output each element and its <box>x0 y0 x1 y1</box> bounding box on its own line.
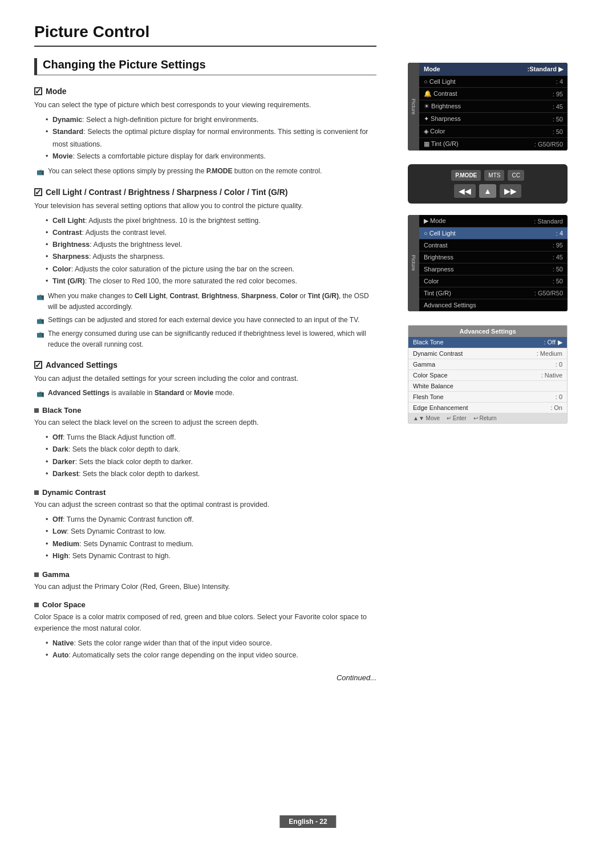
tv1-contrast-label: 🔔 Contrast <box>424 90 553 98</box>
tv1-brightness-value: : 45 <box>553 103 563 110</box>
adv-gamma-value: : 0 <box>556 361 562 368</box>
adv-row-flesh-tone: Flesh Tone : 0 <box>408 392 567 403</box>
black-tone-dark: Dark: Sets the black color depth to dark… <box>46 444 376 456</box>
tv1-sidebar-label: Picture <box>408 63 419 151</box>
tv1-contrast-value: : 95 <box>553 91 563 98</box>
dc-low: Low: Sets Dynamic Contrast to low. <box>46 526 376 538</box>
adv-edge-enhancement-value: : On <box>550 404 562 411</box>
adv-footer-enter: ↵ Enter <box>447 415 467 421</box>
gamma-heading: Gamma <box>42 570 70 579</box>
tv-screen-1: Picture Mode :Standard ▶ ○ Cell Light : … <box>408 63 568 151</box>
color-space-square-icon <box>34 603 39 607</box>
black-tone-heading: Black Tone <box>42 406 81 415</box>
cell-checkbox-icon: ✓ <box>34 188 42 196</box>
black-tone-bullets: Off: Turns the Black Adjust function off… <box>34 432 376 480</box>
fastforward-button[interactable]: ▶▶ <box>500 184 521 198</box>
mode-checkbox-icon: ✓ <box>34 87 42 95</box>
color-space-desc: Color Space is a color matrix composed o… <box>34 611 376 634</box>
page-title: Picture Control <box>34 23 376 47</box>
tv2-row-brightness: Brightness : 45 <box>419 251 568 263</box>
mode-heading: Mode <box>46 87 67 96</box>
mode-desc: You can select the type of picture which… <box>34 99 376 111</box>
adv-row-white-balance: White Balance <box>408 381 567 392</box>
gamma-section: Gamma You can adjust the Primary Color (… <box>34 570 376 592</box>
tv2-tint-label: Tint (G/R) <box>424 290 534 296</box>
cell-note-2: 📺 Settings can be adjusted and stored fo… <box>34 315 376 326</box>
adv-dynamic-contrast-value: : Medium <box>537 350 562 357</box>
cell-heading: Cell Light / Contrast / Brightness / Sha… <box>46 188 287 197</box>
tv1-row-contrast: 🔔 Contrast : 95 <box>419 88 568 100</box>
tv1-menu: Mode :Standard ▶ ○ Cell Light : 4 🔔 Cont… <box>419 63 568 151</box>
adv-dynamic-contrast-label: Dynamic Contrast <box>413 350 537 357</box>
adv-color-space-value: : Native <box>541 372 562 379</box>
remote-control: P.MODE MTS CC ◀◀ ▲ ▶▶ <box>408 164 568 204</box>
adv-black-tone-arrow: ▶ <box>558 339 562 346</box>
adv-row-gamma: Gamma : 0 <box>408 359 567 370</box>
color-space-bullets: Native: Sets the color range wider than … <box>34 637 376 662</box>
mode-bullet-movie: Movie: Selects a comfortable picture dis… <box>46 151 376 162</box>
mode-note: 📺 You can select these options simply by… <box>34 166 376 177</box>
tv2-brightness-value: : 45 <box>553 254 563 261</box>
cell-bullet-5: Color: Adjusts the color saturation of t… <box>46 263 376 275</box>
tv2-mode-value: : Standard <box>534 218 563 225</box>
black-tone-darkest: Darkest: Sets the black color depth to d… <box>46 468 376 480</box>
dynamic-contrast-desc: You can adjust the screen contrast so th… <box>34 499 376 510</box>
cell-bullet-6: Tint (G/R): The closer to Red 100, the m… <box>46 275 376 287</box>
advanced-settings-box: Advanced Settings Black Tone : Off ▶ Dyn… <box>408 325 568 424</box>
advanced-heading: Advanced Settings <box>46 360 117 369</box>
adv-footer-move: ▲▼ Move <box>413 415 440 421</box>
sidebar: Picture Mode :Standard ▶ ○ Cell Light : … <box>399 0 582 845</box>
tv1-row-celllight: ○ Cell Light : 4 <box>419 76 568 88</box>
adv-footer-return: ↩ Return <box>473 415 497 421</box>
tv2-contrast-label: Contrast <box>424 242 553 249</box>
tv2-row-contrast: Contrast : 95 <box>419 239 568 251</box>
rewind-button[interactable]: ◀◀ <box>454 184 476 198</box>
tv1-color-label: ◈ Color <box>424 128 553 135</box>
tv1-celllight-value: : 4 <box>556 78 563 85</box>
adv-row-black-tone: Black Tone : Off ▶ <box>408 337 567 348</box>
cell-note-1: 📺 When you make changes to Cell Light, C… <box>34 291 376 312</box>
dc-medium: Medium: Sets Dynamic Contrast to medium. <box>46 538 376 550</box>
remote-top-row: P.MODE MTS CC <box>451 170 524 181</box>
tv-screen-2: Picture ▶ Mode : Standard ○ Cell Light :… <box>408 215 568 311</box>
tv2-tint-value: : G50/R50 <box>534 290 563 296</box>
cc-button[interactable]: CC <box>508 170 524 181</box>
dc-off: Off: Turns the Dynamic Contrast function… <box>46 514 376 526</box>
cell-bullets: Cell Light: Adjusts the pixel brightness… <box>34 215 376 288</box>
mode-bullets: Dynamic: Select a high-definition pictur… <box>34 114 376 162</box>
tv1-brightness-label: ☀ Brightness <box>424 103 553 110</box>
adv-row-edge-enhancement: Edge Enhancement : On <box>408 403 567 413</box>
tv1-celllight-label: ○ Cell Light <box>424 78 556 85</box>
tv1-sharpness-value: : 50 <box>553 116 563 123</box>
dynamic-contrast-square-icon <box>34 490 39 495</box>
black-tone-desc: You can select the black level on the sc… <box>34 417 376 428</box>
tv2-sharpness-label: Sharpness <box>424 266 553 273</box>
dynamic-contrast-heading: Dynamic Contrast <box>42 488 106 497</box>
adv-black-tone-label: Black Tone <box>413 339 544 346</box>
dynamic-contrast-section: Dynamic Contrast You can adjust the scre… <box>34 488 376 562</box>
up-button[interactable]: ▲ <box>479 184 496 198</box>
tv2-sidebar-label: Picture <box>408 215 419 311</box>
adv-settings-title: Advanced Settings <box>408 326 567 337</box>
adv-color-space-label: Color Space <box>413 372 541 379</box>
cell-note-3: 📺 The energy consumed during use can be … <box>34 328 376 350</box>
tv2-color-value: : 50 <box>553 278 563 285</box>
tv2-row-color: Color : 50 <box>419 275 568 287</box>
pmode-button[interactable]: P.MODE <box>451 170 481 181</box>
dc-high: High: Sets Dynamic Contrast to high. <box>46 550 376 562</box>
tv2-row-celllight: ○ Cell Light : 4 <box>419 228 568 239</box>
advanced-note: 📺 Advanced Settings is available in Stan… <box>34 388 376 399</box>
color-space-section: Color Space Color Space is a color matri… <box>34 600 376 662</box>
tv1-row-sharpness: ✦ Sharpness : 50 <box>419 113 568 125</box>
cell-desc: Your television has several setting opti… <box>34 200 376 212</box>
dynamic-contrast-bullets: Off: Turns the Dynamic Contrast function… <box>34 514 376 562</box>
mts-button[interactable]: MTS <box>484 170 504 181</box>
black-tone-darker: Darker: Sets the black color depth to da… <box>46 456 376 468</box>
tv1-row-brightness: ☀ Brightness : 45 <box>419 100 568 113</box>
cell-bullet-2: Contrast: Adjusts the contrast level. <box>46 227 376 239</box>
adv-black-tone-value: : Off <box>544 339 556 346</box>
tv1-row-color: ◈ Color : 50 <box>419 125 568 138</box>
tv1-header: Mode :Standard ▶ <box>419 63 568 76</box>
tv2-row-sharpness: Sharpness : 50 <box>419 263 568 275</box>
black-tone-square-icon <box>34 408 39 413</box>
